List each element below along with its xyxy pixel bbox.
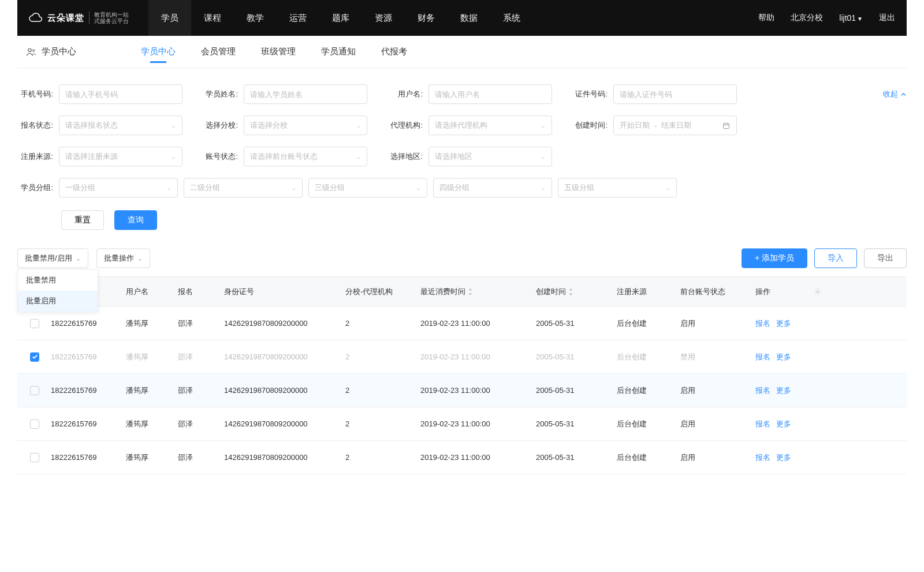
register-link[interactable]: 报名 <box>755 419 770 428</box>
table-body: 18222615769潘筠厚邵泽142629198708092000002201… <box>17 307 907 474</box>
filter-select[interactable]: 请选择报名状态⌄ <box>59 116 182 135</box>
cell-enroll: 邵泽 <box>176 452 222 463</box>
nav-item[interactable]: 数据 <box>448 0 490 36</box>
cell-ops: 报名更多 <box>753 318 811 329</box>
table-row: 18222615769潘筠厚邵泽142629198708092000002201… <box>17 307 907 340</box>
filter-select[interactable]: 请选择前台账号状态⌄ <box>244 147 367 166</box>
batch-ops-dropdown[interactable]: 批量操作 ⌄ <box>96 248 150 268</box>
query-button[interactable]: 查询 <box>114 210 157 230</box>
group-select[interactable]: 二级分组⌄ <box>184 178 303 198</box>
filter-item: 选择分校:请选择分校⌄ <box>202 116 367 135</box>
batch-menu-item[interactable]: 批量禁用 <box>18 270 98 291</box>
nav-item[interactable]: 资源 <box>362 0 405 36</box>
table-row: 18222615769潘筠厚邵泽142629198708092000002201… <box>17 374 907 407</box>
subnav-tab[interactable]: 会员管理 <box>201 37 236 66</box>
group-select[interactable]: 一级分组⌄ <box>59 178 178 198</box>
cell-last: 2019-02-23 11:00:00 <box>418 419 534 428</box>
chevron-down-icon: ⌄ <box>416 184 421 192</box>
nav-item[interactable]: 财务 <box>405 0 448 36</box>
table-header-cell <box>811 287 845 296</box>
filter-input[interactable] <box>613 84 737 104</box>
batch-menu-item[interactable]: 批量启用 <box>18 291 98 311</box>
cell-ops: 报名更多 <box>753 452 811 463</box>
filter-item: 创建时间:开始日期-结束日期 <box>572 116 737 135</box>
cell-ops: 报名更多 <box>753 385 811 396</box>
nav-help[interactable]: 帮助 <box>758 13 774 23</box>
nav-item[interactable]: 教学 <box>234 0 277 36</box>
subnav-tab[interactable]: 班级管理 <box>261 37 296 66</box>
filter-label: 用户名: <box>387 89 423 99</box>
batch-toggle-dropdown[interactable]: 批量禁用/启用 ⌄ <box>17 248 88 268</box>
cell-branch: 2 <box>343 453 418 462</box>
row-checkbox[interactable] <box>30 453 39 462</box>
filter-select[interactable]: 请选择分校⌄ <box>244 116 367 135</box>
nav-logout[interactable]: 退出 <box>879 13 895 23</box>
filter-input[interactable] <box>244 84 367 104</box>
more-link[interactable]: 更多 <box>776 419 791 428</box>
filter-select[interactable]: 请选择地区⌄ <box>429 147 552 166</box>
check-icon <box>32 354 38 360</box>
sort-icon[interactable] <box>568 288 573 296</box>
cell-last: 2019-02-23 11:00:00 <box>418 386 534 395</box>
cell-user: 潘筠厚 <box>124 385 176 396</box>
row-checkbox[interactable] <box>30 419 39 429</box>
nav-item[interactable]: 学员 <box>148 0 191 36</box>
more-link[interactable]: 更多 <box>776 386 791 395</box>
table-header-cell: 注册来源 <box>614 287 678 297</box>
import-button[interactable]: 导入 <box>814 248 857 268</box>
chevron-up-icon <box>900 91 907 98</box>
cell-source: 后台创建 <box>614 385 678 396</box>
chevron-down-icon: ⌄ <box>541 122 546 129</box>
register-link[interactable]: 报名 <box>755 386 770 395</box>
more-link[interactable]: 更多 <box>776 319 791 328</box>
cell-ops: 报名更多 <box>753 419 811 429</box>
group-select[interactable]: 四级分组⌄ <box>433 178 552 198</box>
chevron-down-icon: ⌄ <box>291 184 296 192</box>
table-header-cell: 分校-代理机构 <box>343 287 418 297</box>
svg-rect-2 <box>724 123 729 128</box>
group-select[interactable]: 三级分组⌄ <box>308 178 427 198</box>
filter-item: 账号状态:请选择前台账号状态⌄ <box>202 147 367 166</box>
register-link[interactable]: 报名 <box>755 453 770 462</box>
nav-item[interactable]: 运营 <box>277 0 319 36</box>
subnav-tab[interactable]: 学员通知 <box>321 37 356 66</box>
reset-button[interactable]: 重置 <box>61 210 104 230</box>
gear-icon[interactable] <box>813 287 822 296</box>
row-checkbox[interactable] <box>30 319 39 328</box>
svg-point-1 <box>32 49 35 51</box>
subnav-tab[interactable]: 学员中心 <box>141 37 176 66</box>
calendar-icon <box>722 121 731 130</box>
filter-input[interactable] <box>429 84 552 104</box>
subnav-tab[interactable]: 代报考 <box>381 37 407 66</box>
nav-item[interactable]: 课程 <box>191 0 234 36</box>
filter-item: 代理机构:请选择代理机构⌄ <box>387 116 552 135</box>
cell-user: 潘筠厚 <box>124 452 176 463</box>
filter-select[interactable]: 请选择代理机构⌄ <box>429 116 552 135</box>
export-button[interactable]: 导出 <box>864 248 907 268</box>
date-range-picker[interactable]: 开始日期-结束日期 <box>613 116 737 135</box>
row-checkbox[interactable] <box>30 352 39 362</box>
nav-user[interactable]: lijt01▼ <box>839 13 863 23</box>
chevron-down-icon: ⌄ <box>541 153 546 161</box>
add-student-button[interactable]: + 添加学员 <box>742 248 807 268</box>
cell-status: 启用 <box>678 318 753 329</box>
more-link[interactable]: 更多 <box>776 453 791 462</box>
register-link[interactable]: 报名 <box>755 352 770 361</box>
nav-branch[interactable]: 北京分校 <box>791 13 823 23</box>
sub-nav: 学员中心 学员中心会员管理班级管理学员通知代报考 <box>17 36 907 68</box>
cell-source: 后台创建 <box>614 452 678 463</box>
cell-status: 启用 <box>678 385 753 396</box>
nav-item[interactable]: 系统 <box>490 0 533 36</box>
table-header-cell: 用户名 <box>124 287 176 297</box>
register-link[interactable]: 报名 <box>755 319 770 328</box>
sort-icon[interactable] <box>468 288 473 296</box>
filter-input[interactable] <box>59 84 182 104</box>
filter-select[interactable]: 请选择注册来源⌄ <box>59 147 182 166</box>
row-checkbox[interactable] <box>30 386 39 395</box>
group-select[interactable]: 五级分组⌄ <box>558 178 677 198</box>
chevron-down-icon: ⌄ <box>166 184 172 192</box>
more-link[interactable]: 更多 <box>776 352 791 361</box>
nav-item[interactable]: 题库 <box>319 0 362 36</box>
collapse-toggle[interactable]: 收起 <box>883 89 907 99</box>
cell-branch: 2 <box>343 386 418 395</box>
